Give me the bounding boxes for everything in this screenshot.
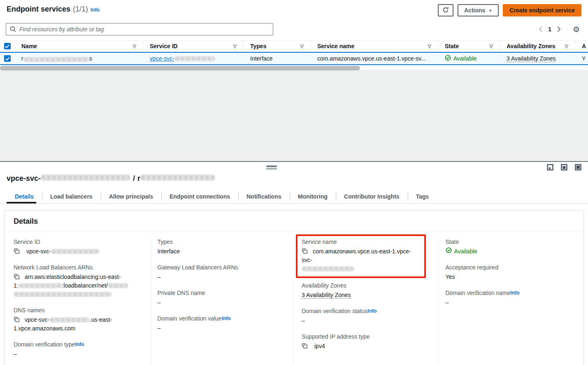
actions-button-label: Actions [464,7,485,14]
field-supported-ip-type: Supported IP address type ipv4 [302,333,429,351]
split-panel-tabs: Details Load balancers Allow principals … [0,190,588,204]
redacted-text [19,283,62,288]
column-header-service-id[interactable]: Service ID ▽ [143,41,244,51]
column-header-availability-zones[interactable]: Availability Zones ▽ [500,41,575,51]
table-row[interactable]: rs vpce-svc- Interface com.amazonaws.vpc… [0,52,588,65]
copy-icon[interactable] [14,248,20,257]
info-link[interactable]: Info [222,316,231,321]
cell-service-name: com.amazonaws.vpce.us-east-1.vpce-sv... [311,53,438,64]
field-service-name: Service name com.amazonaws.vpce.us-east-… [302,239,420,273]
page-title: Endpoint services [7,5,70,14]
actions-button[interactable]: Actions ▼ [458,4,499,16]
filter-icon[interactable]: ▽ [300,44,304,49]
field-service-id: Service ID vpce-svc- [14,239,142,256]
field-private-dns-name: Private DNS name – [158,290,285,307]
title-info-link[interactable]: Info [91,7,100,13]
service-id-link[interactable]: vpce-svc- [150,55,216,62]
panel-size-full-icon[interactable] [575,164,581,171]
create-endpoint-service-button[interactable]: Create endpoint service [503,4,581,16]
copy-icon[interactable] [302,249,309,255]
row-checkbox[interactable] [4,55,11,62]
info-link[interactable]: Info [367,308,377,314]
field-glb-arns: Gateway Load Balancers ARNs – [158,264,285,281]
details-card: Details Service ID vpce-svc- [4,210,584,365]
tab-tags[interactable]: Tags [408,190,437,203]
availability-zones-link[interactable]: 3 Availability Zones [302,292,351,299]
search-box [6,23,273,35]
pagination-next-icon[interactable] [557,26,561,32]
field-domain-verification-status: Domain verification status Info – [302,308,429,325]
table-header-row: Name ▽ Service ID ▽ Types ▽ Service name… [0,40,588,52]
column-header-service-name[interactable]: Service name ▽ [311,41,438,51]
cell-availability-zones: 3 Availability Zones [500,53,575,64]
split-panel-drag-handle[interactable] [266,166,277,170]
cell-state: Available [438,53,500,64]
filter-icon[interactable]: ▽ [233,44,237,49]
field-domain-verification-type: Domain verification type Info – [14,341,142,358]
info-link[interactable]: Info [510,290,519,296]
search-input[interactable] [6,23,273,35]
redacted-text [51,249,100,254]
cell-name: rs [15,53,143,64]
filter-icon[interactable]: ▽ [133,44,136,49]
search-icon [9,26,16,34]
field-types: Types Interface [158,239,285,256]
filter-icon[interactable]: ▽ [490,44,493,49]
redacted-text [23,57,89,62]
tab-contributor-insights[interactable]: Contributor Insights [336,190,408,203]
divider [567,25,567,34]
redacted-text [302,266,354,271]
tab-load-balancers[interactable]: Load balancers [42,190,101,203]
column-header-name[interactable]: Name ▽ [15,41,143,51]
field-acceptance-required: Acceptance required Yes [446,264,575,281]
horizontal-scrollbar[interactable] [0,66,588,70]
copy-icon[interactable] [14,274,21,281]
redacted-text [49,317,90,323]
field-availability-zones: Availability Zones 3 Availability Zones [302,282,429,299]
endpoint-services-table: Name ▽ Service ID ▽ Types ▽ Service name… [0,40,588,70]
redacted-text [174,56,216,61]
cell-overflow: Y [575,53,588,64]
tab-details[interactable]: Details [7,190,42,203]
select-all-checkbox[interactable] [4,43,11,49]
page-title-line: Endpoint services (1/1) Info [7,4,100,14]
status-badge: Available [446,247,575,256]
split-panel-title: vpce-svc- / r [0,162,588,183]
panel-size-small-icon[interactable] [547,164,553,171]
tab-monitoring[interactable]: Monitoring [290,190,336,203]
refresh-icon [442,7,449,14]
scrollbar-thumb[interactable] [0,66,360,70]
tab-allow-principals[interactable]: Allow principals [101,190,161,203]
status-available-icon [446,247,452,256]
field-state: State Available [446,239,575,256]
availability-zones-link[interactable]: 3 Availability Zones [507,55,556,62]
info-link[interactable]: Info [75,342,84,347]
service-name-highlight-box: Service name com.amazonaws.vpce.us-east-… [296,234,426,278]
split-panel: vpce-svc- / r Details Load balancers All… [0,161,588,364]
pagination-prev-icon[interactable] [539,26,542,32]
copy-icon[interactable] [302,343,308,351]
cell-types: Interface [244,53,311,64]
redacted-text [41,174,130,181]
pagination-current-page[interactable]: 1 [548,26,551,33]
tab-notifications[interactable]: Notifications [238,190,290,203]
status-available-icon [445,55,451,62]
panel-size-half-icon[interactable] [561,164,567,171]
refresh-button[interactable] [438,4,453,16]
column-header-state[interactable]: State ▽ [438,41,500,51]
field-dns-names: DNS names vpce-svc-.us-east- 1.vpce.amaz… [14,307,142,333]
column-header-overflow[interactable]: A [575,41,588,51]
caret-down-icon: ▼ [488,9,492,13]
details-card-heading: Details [14,217,574,226]
redacted-text [14,292,112,297]
column-header-types[interactable]: Types ▽ [244,41,311,51]
filter-icon[interactable]: ▽ [428,44,431,49]
table-section: Endpoint services (1/1) Info Actions ▼ C… [0,0,588,70]
filter-icon[interactable]: ▽ [565,44,568,49]
page-count: (1/1) [73,5,88,14]
content-background [0,70,588,161]
tab-endpoint-connections[interactable]: Endpoint connections [161,190,238,203]
copy-icon[interactable] [14,317,21,324]
field-nlb-arns: Network Load Balancers ARNs arn:aws:elas… [14,264,142,299]
preferences-gear-icon[interactable]: ⚙ [573,26,580,33]
